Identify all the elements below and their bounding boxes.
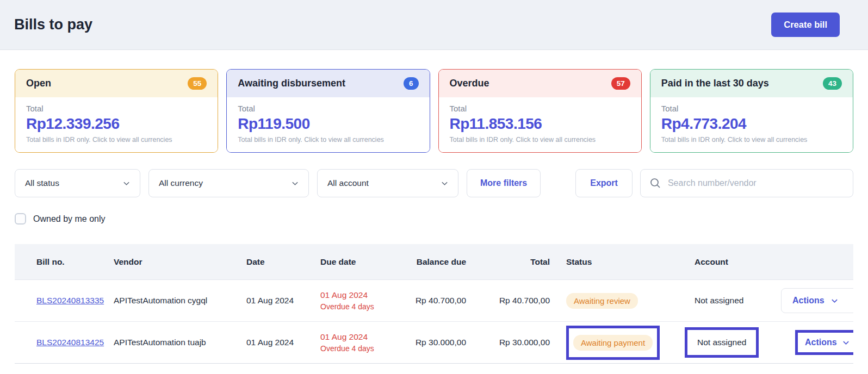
more-filters-button[interactable]: More filters — [467, 169, 541, 197]
status-badge: Awaiting payment — [573, 335, 653, 351]
owned-by-me-label: Owned by me only — [33, 214, 106, 224]
col-header-date: Date — [246, 257, 320, 267]
vendor-cell: APITestAutomation tuajb — [114, 338, 246, 347]
actions-label: Actions — [805, 338, 837, 347]
due-date-text: 01 Aug 2024 — [320, 289, 374, 301]
total-cell: Rp 30.000,00 — [473, 338, 556, 347]
col-header-account: Account — [695, 257, 781, 267]
col-header-bill-no: Bill no. — [15, 257, 114, 267]
actions-highlight-box[interactable]: Actions — [795, 330, 853, 355]
date-cell: 01 Aug 2024 — [246, 296, 320, 306]
col-header-total: Total — [473, 257, 556, 267]
chevron-down-icon — [441, 180, 448, 187]
col-header-balance-due: Balance due — [402, 257, 473, 267]
search-input[interactable] — [668, 178, 844, 188]
account-highlight-box: Not assigned — [685, 327, 759, 358]
due-date-cell: 01 Aug 2024 Overdue 4 days — [320, 289, 374, 313]
create-bill-button[interactable]: Create bill — [771, 13, 840, 37]
card-note: Total bills in IDR only. Click to view a… — [450, 136, 630, 144]
page-header-bar: Bills to pay Create bill — [0, 0, 868, 50]
card-note: Total bills in IDR only. Click to view a… — [661, 136, 842, 144]
currency-filter-value: All currency — [159, 178, 203, 188]
account-cell: Not assigned — [697, 338, 746, 347]
card-note: Total bills in IDR only. Click to view a… — [238, 136, 418, 144]
vendor-cell: APITestAutomation cygql — [114, 296, 246, 306]
card-amount: Rp12.339.256 — [26, 115, 207, 133]
col-header-due-date: Due date — [320, 257, 402, 267]
chevron-down-icon — [842, 339, 850, 346]
card-open[interactable]: Open 55 Total Rp12.339.256 Total bills i… — [15, 69, 218, 153]
status-badge: Awaiting review — [566, 293, 638, 309]
balance-due-cell: Rp 40.700,00 — [402, 296, 473, 306]
summary-cards: Open 55 Total Rp12.339.256 Total bills i… — [15, 69, 853, 153]
due-date-cell: 01 Aug 2024 Overdue 4 days — [320, 331, 374, 354]
chevron-down-icon — [292, 180, 299, 187]
card-note: Total bills in IDR only. Click to view a… — [26, 136, 207, 144]
currency-filter-dropdown[interactable]: All currency — [148, 169, 309, 197]
page-title: Bills to pay — [14, 16, 92, 33]
total-label: Total — [661, 104, 842, 113]
actions-label: Actions — [792, 296, 824, 306]
search-box — [640, 169, 853, 197]
card-title: Overdue — [450, 78, 489, 89]
status-filter-value: All status — [25, 178, 59, 188]
filters-row: All status All currency All account More… — [15, 169, 853, 197]
count-badge: 6 — [404, 77, 419, 90]
total-label: Total — [26, 104, 207, 113]
due-date-text: 01 Aug 2024 — [320, 331, 374, 343]
total-label: Total — [238, 104, 418, 113]
bill-number-link[interactable]: BLS20240813335 — [36, 296, 104, 306]
owned-by-me-row: Owned by me only — [15, 213, 853, 225]
col-header-status: Status — [556, 257, 695, 267]
card-amount: Rp4.773.204 — [661, 115, 842, 133]
status-filter-dropdown[interactable]: All status — [15, 169, 140, 197]
card-title: Paid in the last 30 days — [661, 78, 769, 89]
overdue-note: Overdue 4 days — [320, 343, 374, 354]
card-amount: Rp119.500 — [238, 115, 418, 133]
card-title: Awaiting disbursement — [238, 78, 345, 89]
table-header-row: Bill no. Vendor Date Due date Balance du… — [15, 244, 853, 280]
owned-by-me-checkbox[interactable] — [15, 213, 26, 225]
total-cell: Rp 40.700,00 — [473, 296, 556, 306]
table-row: BLS20240813335 APITestAutomation cygql 0… — [15, 280, 853, 322]
overdue-note: Overdue 4 days — [320, 301, 374, 312]
count-badge: 43 — [823, 77, 842, 90]
count-badge: 55 — [188, 77, 207, 90]
bill-number-link[interactable]: BLS20240813425 — [36, 338, 104, 347]
count-badge: 57 — [611, 77, 630, 90]
actions-button[interactable]: Actions — [781, 288, 853, 313]
status-highlight-box: Awaiting payment — [566, 326, 660, 360]
card-title: Open — [26, 78, 51, 89]
card-overdue[interactable]: Overdue 57 Total Rp11.853.156 Total bill… — [438, 69, 642, 153]
total-label: Total — [450, 104, 630, 113]
card-awaiting-disbursement[interactable]: Awaiting disbursement 6 Total Rp119.500 … — [226, 69, 430, 153]
search-icon — [649, 177, 661, 189]
date-cell: 01 Aug 2024 — [246, 338, 320, 347]
balance-due-cell: Rp 30.000,00 — [402, 338, 473, 347]
export-button[interactable]: Export — [575, 169, 633, 197]
account-filter-value: All account — [327, 178, 369, 188]
account-filter-dropdown[interactable]: All account — [317, 169, 458, 197]
chevron-down-icon — [831, 297, 838, 304]
bills-table: Bill no. Vendor Date Due date Balance du… — [15, 244, 853, 364]
col-header-vendor: Vendor — [114, 257, 246, 267]
card-amount: Rp11.853.156 — [450, 115, 630, 133]
account-cell: Not assigned — [695, 296, 781, 306]
chevron-down-icon — [123, 180, 130, 187]
card-paid-last-30-days[interactable]: Paid in the last 30 days 43 Total Rp4.77… — [650, 69, 853, 153]
table-row: BLS20240813425 APITestAutomation tuajb 0… — [15, 322, 853, 364]
